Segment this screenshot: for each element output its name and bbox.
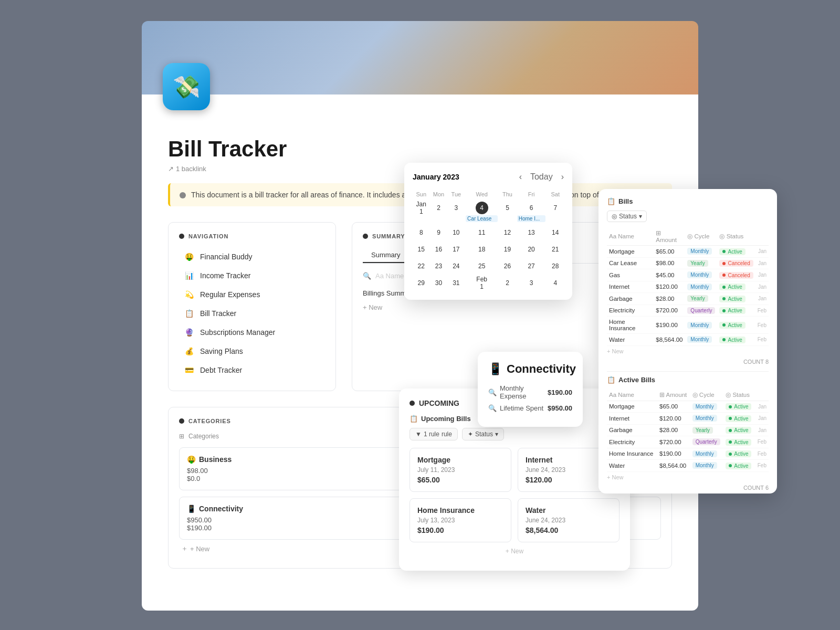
cal-cell-0-1[interactable]: 2 bbox=[429, 200, 447, 224]
calendar-next-button[interactable]: › bbox=[561, 171, 564, 183]
bill-cycle-cell: Monthly bbox=[685, 317, 717, 334]
col-date-a bbox=[755, 389, 769, 401]
active-bills-icon: 📋 bbox=[607, 376, 615, 384]
bill-status-cell: Active bbox=[723, 436, 755, 448]
cal-cell-4-5[interactable]: 3 bbox=[516, 275, 547, 291]
bill-amount-cell: $28.00 bbox=[657, 424, 690, 436]
cal-cell-1-2[interactable]: 10 bbox=[448, 224, 465, 241]
cal-cell-0-0[interactable]: Jan 1 bbox=[413, 200, 429, 224]
filter-status-btn[interactable]: ✦ Status ▾ bbox=[462, 428, 504, 440]
search-placeholder: Aa Name bbox=[375, 272, 404, 280]
table-row: Internet$120.00MonthlyActiveJan bbox=[607, 281, 769, 293]
bill-status-cell: Active bbox=[717, 304, 755, 317]
bills-divider-1 bbox=[607, 371, 769, 372]
cal-cell-2-3[interactable]: 18 bbox=[465, 241, 499, 258]
cal-cell-2-2[interactable]: 17 bbox=[448, 241, 465, 258]
bill-name-cell: Car Lease bbox=[607, 257, 654, 269]
bills-section-title: 📋 Bills bbox=[607, 197, 769, 205]
calendar-today-button[interactable]: Today bbox=[526, 171, 557, 183]
cal-cell-1-4[interactable]: 12 bbox=[499, 224, 516, 241]
cal-cell-4-4[interactable]: 2 bbox=[499, 275, 516, 291]
nav-icon-bill-tracker: 📋 bbox=[183, 308, 195, 319]
cal-cell-1-3[interactable]: 11 bbox=[465, 224, 499, 241]
cal-cell-0-5[interactable]: 6Home I... bbox=[516, 200, 547, 224]
status-badge: Active bbox=[719, 248, 745, 255]
active-dot bbox=[722, 323, 726, 327]
cal-cell-3-3[interactable]: 25 bbox=[465, 258, 499, 275]
bill-name-cell: Water bbox=[607, 334, 654, 346]
cal-cell-3-1[interactable]: 23 bbox=[429, 258, 447, 275]
nav-icon-saving-plans: 💰 bbox=[183, 345, 195, 357]
nav-icon-income-tracker: 📊 bbox=[183, 270, 195, 281]
upcoming-date-home-insurance: July 13, 2023 bbox=[417, 517, 503, 524]
main-document: Bill Tracker ↗ 1 backlink This document … bbox=[142, 94, 698, 611]
cal-cell-2-0[interactable]: 15 bbox=[413, 241, 429, 258]
cal-cell-0-3[interactable]: 4Car Lease bbox=[465, 200, 499, 224]
nav-item-financial-buddy[interactable]: 🤑 Financial Buddy bbox=[179, 248, 325, 266]
bill-status-cell: Active bbox=[723, 401, 755, 413]
cal-cell-4-2[interactable]: 31 bbox=[448, 275, 465, 291]
cal-cell-4-1[interactable]: 30 bbox=[429, 275, 447, 291]
table-row: Garbage$28.00YearlyActiveJan bbox=[607, 424, 769, 436]
table-row: Mortgage$65.00MonthlyActiveJan bbox=[607, 401, 769, 413]
bill-date-cell: Jan bbox=[755, 424, 769, 436]
navigation-title: NAVIGATION bbox=[179, 233, 325, 239]
cal-cell-1-1[interactable]: 9 bbox=[429, 224, 447, 241]
cal-cell-1-5[interactable]: 13 bbox=[516, 224, 547, 241]
bill-amount-cell: $120.00 bbox=[654, 281, 685, 293]
bill-cycle-cell: Monthly bbox=[685, 334, 717, 346]
nav-item-income-tracker[interactable]: 📊 Income Tracker bbox=[179, 267, 325, 285]
bills-status-filter[interactable]: ◎ Status ▾ bbox=[607, 211, 647, 222]
bill-date-cell: Jan bbox=[755, 401, 769, 413]
bill-date-cell: Jan bbox=[755, 269, 769, 281]
table-row: Garbage$28.00YearlyActiveJan bbox=[607, 293, 769, 305]
cal-cell-1-0[interactable]: 8 bbox=[413, 224, 429, 241]
cal-cell-3-4[interactable]: 26 bbox=[499, 258, 516, 275]
calendar-prev-button[interactable]: ‹ bbox=[519, 171, 522, 183]
backlink-text: 1 backlink bbox=[176, 165, 206, 173]
connectivity-lifetime-row: 🔍 Lifetime Spent $950.00 bbox=[488, 404, 572, 412]
category-name-connectivity: 📱 Connectivity bbox=[187, 505, 409, 513]
cal-cell-2-1[interactable]: 16 bbox=[429, 241, 447, 258]
cal-cell-0-4[interactable]: 5 bbox=[499, 200, 516, 224]
nav-item-subscriptions-manager[interactable]: 🔮 Subscriptions Manager bbox=[179, 323, 325, 341]
filter-rules-btn[interactable]: ▼ 1 rule rule bbox=[410, 428, 458, 440]
cycle-badge: Monthly bbox=[692, 415, 717, 422]
cycle-badge: Monthly bbox=[692, 450, 717, 457]
status-icon: ◎ bbox=[612, 213, 617, 220]
cal-cell-2-5[interactable]: 20 bbox=[516, 241, 547, 258]
nav-item-regular-expenses[interactable]: 💫 Regular Expenses bbox=[179, 286, 325, 303]
bills-add-new[interactable]: + New bbox=[607, 346, 769, 356]
cal-cell-2-4[interactable]: 19 bbox=[499, 241, 516, 258]
cal-cell-4-0[interactable]: 29 bbox=[413, 275, 429, 291]
active-bills-add-new[interactable]: + New bbox=[607, 472, 769, 482]
col-status: ◎ Status bbox=[717, 227, 755, 246]
status-badge: Active bbox=[719, 322, 745, 329]
cal-cell-3-6[interactable]: 28 bbox=[547, 258, 564, 275]
cal-cell-0-6[interactable]: 7 bbox=[547, 200, 564, 224]
tab-summary[interactable]: Summary bbox=[363, 248, 409, 263]
upcoming-card-mortgage: Mortgage July 11, 2023 $65.00 bbox=[410, 448, 511, 492]
bill-name-cell: Electricity bbox=[607, 436, 657, 448]
cal-cell-4-3[interactable]: Feb 1 bbox=[465, 275, 499, 291]
cal-cell-3-5[interactable]: 27 bbox=[516, 258, 547, 275]
cal-cell-2-6[interactable]: 21 bbox=[547, 241, 564, 258]
bill-date-cell: Feb bbox=[755, 448, 769, 460]
cal-cell-3-0[interactable]: 22 bbox=[413, 258, 429, 275]
active-dot bbox=[729, 429, 732, 432]
nav-item-bill-tracker[interactable]: 📋 Bill Tracker bbox=[179, 304, 325, 322]
nav-item-debt-tracker[interactable]: 💳 Debt Tracker bbox=[179, 361, 325, 379]
status-badge: Active bbox=[719, 307, 745, 314]
status-badge: Active bbox=[726, 427, 751, 434]
col-name-a: Aa Name bbox=[607, 389, 657, 401]
cal-cell-3-2[interactable]: 24 bbox=[448, 258, 465, 275]
upcoming-add-new[interactable]: + New bbox=[410, 542, 620, 560]
cal-cell-4-6[interactable]: 4 bbox=[547, 275, 564, 291]
nav-item-saving-plans[interactable]: 💰 Saving Plans bbox=[179, 342, 325, 360]
status-badge: Active bbox=[726, 463, 751, 469]
search-icon-monthly: 🔍 bbox=[488, 388, 497, 396]
bill-amount-cell: $45.00 bbox=[654, 269, 685, 281]
cal-cell-0-2[interactable]: 3 bbox=[448, 200, 465, 224]
cal-cell-1-6[interactable]: 14 bbox=[547, 224, 564, 241]
calendar-header: January 2023 ‹ Today › bbox=[413, 171, 564, 183]
